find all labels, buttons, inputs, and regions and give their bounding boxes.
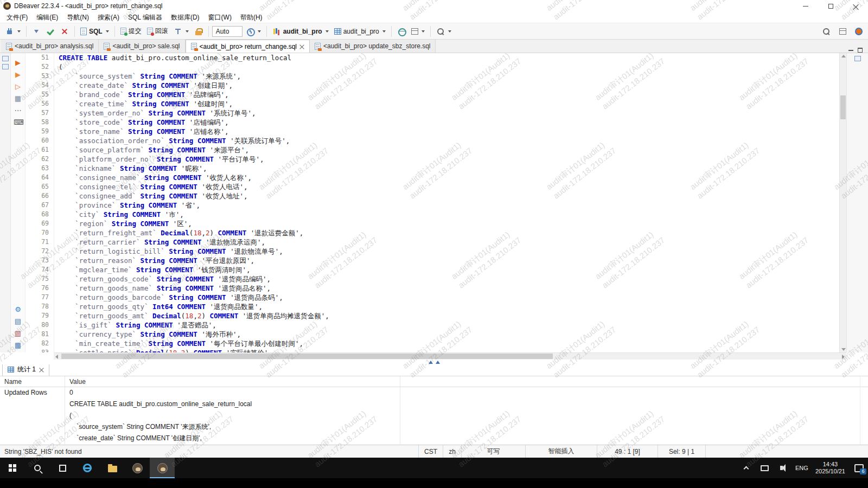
horizontal-scrollbar[interactable]	[54, 352, 846, 359]
web-button[interactable]	[395, 25, 408, 37]
taskbar-search-button[interactable]	[25, 458, 50, 478]
code-line[interactable]: `store_name` String COMMENT '店铺名称',	[59, 127, 839, 136]
close-icon[interactable]	[299, 44, 304, 49]
restore-database-navigator-icon[interactable]	[2, 56, 9, 61]
menu-item-6[interactable]: 窗口(W)	[204, 12, 236, 23]
scroll-up-arrow-icon[interactable]	[841, 55, 846, 57]
schema-selector[interactable]: audit_bi_pro	[332, 26, 388, 37]
execute-sql-new-tab-icon[interactable]: ▶	[14, 70, 22, 79]
code-line[interactable]: `source_system` String COMMENT '来源系统',	[59, 72, 839, 81]
code-line[interactable]: `consignee_add` String COMMENT '收货人地址',	[59, 191, 839, 201]
code-line[interactable]: `return_reason` String COMMENT '平台退款原因',	[59, 256, 839, 265]
search-dropdown-button[interactable]	[434, 25, 454, 37]
tab-statistics[interactable]: 统计 1	[2, 364, 49, 376]
community-button[interactable]	[853, 26, 865, 37]
editor-tab-1[interactable]: <audit_bi_pro> sale.sql	[99, 40, 185, 53]
explain-plan-icon[interactable]: ▦	[14, 94, 22, 102]
script-output-icon[interactable]: ▤	[14, 317, 22, 325]
code-line[interactable]: `create_date` String COMMENT '创建日期',	[59, 81, 839, 90]
layout-button[interactable]	[409, 27, 427, 36]
editor-tab-0[interactable]: <audit_bi_pro> analysis.sql	[1, 40, 99, 53]
status-insert-mode[interactable]: 智能插入	[525, 445, 597, 458]
transaction-log-button[interactable]	[171, 25, 191, 37]
rollback-button[interactable]: 回滚	[145, 25, 170, 37]
vertical-scroll-thumb[interactable]	[840, 95, 846, 119]
column-header-name[interactable]: Name	[0, 376, 65, 387]
new-connection-button[interactable]	[3, 25, 23, 37]
maximize-button[interactable]	[818, 0, 843, 12]
stats-row-3[interactable]: `source_system` String COMMENT '来源系统',	[0, 421, 868, 433]
collapse-up-icon[interactable]	[429, 361, 433, 364]
code-line[interactable]: `return_freight_amt` Decimal(18,2) COMME…	[59, 228, 839, 237]
column-header-value[interactable]: Value	[65, 376, 400, 387]
scroll-down-arrow-icon[interactable]	[841, 348, 846, 351]
code-line[interactable]: `platform_order_no` String COMMENT '平台订单…	[59, 155, 839, 164]
code-line[interactable]: `association_order_no` String COMMENT '关…	[59, 136, 839, 145]
menu-item-2[interactable]: 导航(N)	[62, 12, 93, 23]
minimize-button[interactable]	[793, 0, 818, 12]
code-line[interactable]: `system_order_no` String COMMENT '系统订单号'…	[59, 108, 839, 118]
code-line[interactable]: `is_gift` String COMMENT '是否赠品',	[59, 320, 839, 330]
code-line[interactable]: `brand_code` String COMMENT '品牌编码',	[59, 90, 839, 99]
editor-tab-3[interactable]: <audit_bi_pro> update_sbz_store.sql	[310, 40, 436, 53]
readonly-toggle-button[interactable]	[192, 25, 205, 37]
code-line[interactable]: `create_time` String COMMENT '创建时间',	[59, 99, 839, 108]
code-line[interactable]: `return_carrier` String COMMENT '退款物流承运商…	[59, 237, 839, 247]
dbeaver-taskbar-button[interactable]	[125, 458, 150, 478]
dbeaver-taskbar-button-active[interactable]	[150, 458, 175, 478]
rollback-icon-button[interactable]	[58, 25, 71, 37]
tray-display-button[interactable]	[756, 465, 774, 471]
collapse-up-icon[interactable]	[436, 361, 440, 364]
task-view-button[interactable]	[50, 458, 75, 478]
code-line[interactable]: `source_platform` String COMMENT '来源平台',	[59, 145, 839, 155]
scroll-left-arrow-icon[interactable]	[55, 355, 58, 359]
code-line[interactable]: `return_goods_name` String COMMENT '退货商品…	[59, 284, 839, 293]
execute-script-icon[interactable]: ▷	[14, 82, 22, 91]
code-line[interactable]: (	[59, 62, 839, 72]
file-explorer-button[interactable]	[100, 458, 125, 478]
code-line[interactable]: `city` String COMMENT '市',	[59, 210, 839, 219]
internet-explorer-button[interactable]	[75, 458, 100, 478]
line-number-gutter[interactable]: 5152535455565758596061626364656667686970…	[25, 53, 54, 352]
code-line[interactable]: `consignee_name` String COMMENT '收货人名称',	[59, 173, 839, 182]
code-area[interactable]: CREATE TABLE audit_bi_pro.custom_online_…	[54, 53, 839, 352]
menu-item-4[interactable]: SQL 编辑器	[124, 12, 167, 23]
commit-icon-button[interactable]	[44, 25, 57, 37]
refresh-schedule-button[interactable]	[244, 25, 263, 37]
code-line[interactable]: `mgclear_time` String COMMENT '钱货两清时间',	[59, 265, 839, 274]
execute-sql-icon[interactable]: ▶	[14, 59, 22, 67]
code-line[interactable]: `min_create_time` String COMMENT '每个平台订单…	[59, 339, 839, 348]
code-line[interactable]: `nickname` String COMMENT '昵称',	[59, 164, 839, 173]
menu-item-7[interactable]: 帮助(H)	[236, 12, 267, 23]
stats-row-1[interactable]: CREATE TABLE audit_bi_pro.custom_online_…	[0, 399, 868, 410]
code-line[interactable]: `return_goods_qty` Int64 COMMENT '退货商品数量…	[59, 302, 839, 311]
sql-editor-dropdown-button[interactable]: SQL	[78, 26, 111, 37]
menu-item-0[interactable]: 文件(F)	[2, 12, 32, 23]
code-line[interactable]: `region` String COMMENT '区',	[59, 219, 839, 228]
maximize-view-icon[interactable]	[858, 48, 863, 53]
code-line[interactable]: `return_logistic_bill` String COMMENT '退…	[59, 247, 839, 256]
stats-row-4[interactable]: `create_date` String COMMENT '创建日期',	[0, 433, 868, 444]
script-log-icon[interactable]: ▥	[14, 329, 22, 337]
code-line[interactable]: `consignee_tel` String COMMENT '收货人电话',	[59, 182, 839, 191]
more-actions-icon[interactable]: ⋯	[14, 106, 22, 114]
autocommit-select[interactable]: Auto	[212, 26, 242, 37]
horizontal-scroll-thumb[interactable]	[61, 354, 553, 359]
code-line[interactable]: `return_goods_code` String COMMENT '退货商品…	[59, 274, 839, 284]
minimize-view-icon[interactable]	[848, 50, 853, 51]
close-icon[interactable]	[39, 367, 44, 372]
language-indicator[interactable]: ENG	[793, 465, 811, 471]
code-line[interactable]: `return_goods_barcode` String COMMENT '退…	[59, 293, 839, 302]
action-center-button[interactable]: 6	[850, 464, 868, 472]
restore-projects-view-icon[interactable]	[2, 64, 9, 69]
tray-expand-button[interactable]	[737, 465, 756, 471]
code-line[interactable]: CREATE TABLE audit_bi_pro.custom_online_…	[59, 53, 839, 62]
open-console-icon[interactable]: ⌨	[14, 118, 22, 126]
status-writable[interactable]: 可写	[461, 445, 525, 458]
code-line[interactable]: `return_goods_amt` Decimal(18,2) COMMENT…	[59, 311, 839, 320]
panel-splitter[interactable]	[0, 359, 868, 364]
restore-outline-view-icon[interactable]	[854, 56, 861, 61]
code-line[interactable]: `store_code` String COMMENT '店铺编码',	[59, 118, 839, 127]
toggle-panels-button[interactable]	[837, 27, 848, 36]
script-grid-icon[interactable]: ▦	[14, 341, 22, 349]
